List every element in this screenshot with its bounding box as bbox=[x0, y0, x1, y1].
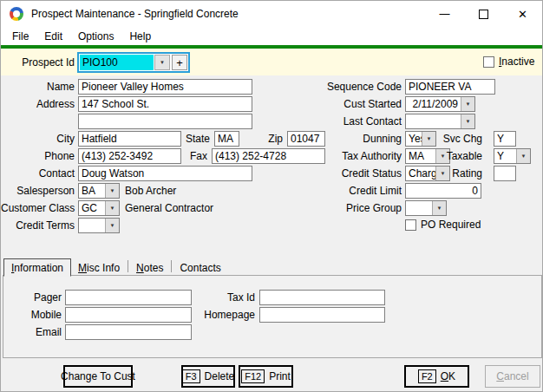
email-field[interactable] bbox=[65, 324, 192, 340]
taxable-combo[interactable]: Y ▼ bbox=[494, 148, 531, 164]
salesperson-label: Salesperson bbox=[1, 183, 75, 199]
po-required-label: PO Required bbox=[421, 219, 481, 231]
cust-started-value: 2/11/2009 bbox=[406, 97, 461, 111]
customer-class-combo[interactable]: GC ▼ bbox=[78, 200, 120, 216]
tax-authority-value: MA bbox=[406, 149, 435, 163]
rating-label: Rating bbox=[441, 166, 482, 181]
city-field[interactable]: Hatfield bbox=[78, 131, 181, 147]
inactive-label: Inactive bbox=[499, 56, 534, 68]
pager-label: Pager bbox=[10, 290, 62, 305]
dropdown-arrow-icon[interactable]: ▼ bbox=[422, 132, 435, 146]
homepage-field[interactable] bbox=[259, 307, 385, 323]
print-label: Print bbox=[269, 370, 291, 382]
tab-information[interactable]: Information bbox=[3, 258, 71, 277]
prospect-maintenance-window: Prospect Maintenance - Springfield Concr… bbox=[0, 0, 543, 392]
mobile-label: Mobile bbox=[10, 307, 62, 323]
f2-keycap: F2 bbox=[418, 369, 436, 383]
name-field[interactable]: Pioneer Valley Homes bbox=[78, 79, 252, 95]
dropdown-arrow-icon[interactable]: ▼ bbox=[105, 184, 119, 198]
state-field[interactable]: MA bbox=[214, 131, 239, 147]
sequence-code-field[interactable]: PIONEER VA bbox=[405, 79, 495, 95]
dropdown-arrow-icon[interactable]: ▼ bbox=[432, 201, 446, 215]
dropdown-arrow-icon[interactable]: ▼ bbox=[516, 149, 530, 163]
prospect-id-value[interactable]: PIO100 bbox=[80, 55, 154, 70]
rating-field[interactable] bbox=[494, 166, 516, 181]
last-contact-value bbox=[406, 114, 461, 128]
delete-button[interactable]: F3 Delete bbox=[181, 365, 235, 388]
tab-notes[interactable]: Notes bbox=[129, 259, 170, 276]
maximize-icon bbox=[479, 10, 488, 19]
svc-chg-field[interactable]: Y bbox=[494, 131, 516, 147]
credit-limit-label: Credit Limit bbox=[287, 183, 402, 199]
dropdown-arrow-icon[interactable]: ▼ bbox=[105, 201, 119, 215]
po-required-checkbox[interactable] bbox=[405, 219, 416, 231]
cust-started-label: Cust Started bbox=[287, 96, 402, 112]
customer-class-label: Customer Class bbox=[1, 200, 75, 216]
maximize-button[interactable] bbox=[464, 1, 503, 27]
mobile-field[interactable] bbox=[65, 307, 192, 323]
inactive-control: Inactive bbox=[483, 56, 534, 68]
address2-field[interactable] bbox=[78, 114, 252, 129]
ok-label: OK bbox=[441, 370, 455, 382]
price-group-label: Price Group bbox=[287, 200, 402, 216]
tab-strip: Information Misc Info Notes Contacts bbox=[3, 257, 228, 276]
dropdown-arrow-icon[interactable]: ▼ bbox=[461, 97, 474, 111]
phone-label: Phone bbox=[1, 148, 75, 164]
credit-limit-field[interactable]: 0 bbox=[405, 183, 481, 199]
tax-id-label: Tax Id bbox=[194, 290, 255, 305]
dropdown-arrow-icon[interactable]: ▼ bbox=[461, 114, 474, 128]
salesperson-combo[interactable]: BA ▼ bbox=[78, 183, 120, 199]
pager-field[interactable] bbox=[65, 290, 192, 305]
svc-chg-label: Svc Chg bbox=[441, 131, 482, 147]
window-controls: — ✕ bbox=[425, 1, 542, 27]
delete-label: Delete bbox=[205, 370, 235, 382]
menu-file[interactable]: File bbox=[6, 29, 35, 44]
app-icon bbox=[10, 7, 23, 21]
f3-keycap: F3 bbox=[182, 369, 200, 383]
fax-label: Fax bbox=[176, 148, 207, 164]
taxable-label: Taxable bbox=[441, 148, 482, 164]
phone-field[interactable]: (413) 252-3492 bbox=[78, 148, 181, 164]
print-button[interactable]: F12 Print bbox=[239, 365, 293, 388]
dunning-combo[interactable]: Yes ▼ bbox=[405, 131, 436, 147]
close-button[interactable]: ✕ bbox=[503, 1, 542, 27]
add-prospect-button[interactable]: + bbox=[172, 55, 187, 70]
credit-terms-combo[interactable]: ▼ bbox=[78, 218, 120, 233]
credit-status-label: Credit Status bbox=[287, 166, 402, 181]
price-group-value bbox=[406, 201, 432, 215]
taxable-value: Y bbox=[494, 149, 516, 163]
ok-button[interactable]: F2 OK bbox=[404, 365, 469, 388]
cust-started-combo[interactable]: 2/11/2009 ▼ bbox=[405, 96, 475, 112]
menu-help[interactable]: Help bbox=[123, 29, 157, 44]
cancel-button[interactable]: Cancel bbox=[485, 365, 540, 388]
credit-terms-label: Credit Terms bbox=[1, 218, 75, 233]
tab-misc-info[interactable]: Misc Info bbox=[71, 259, 127, 276]
tab-contacts[interactable]: Contacts bbox=[173, 259, 227, 276]
last-contact-combo[interactable]: ▼ bbox=[405, 114, 475, 129]
cancel-label: Cancel bbox=[496, 370, 528, 382]
change-to-cust-button[interactable]: Change To Cust bbox=[63, 365, 133, 388]
dropdown-arrow-icon[interactable]: ▼ bbox=[154, 55, 170, 70]
prospect-id-combo[interactable]: PIO100 ▼ + bbox=[77, 52, 190, 73]
contact-field[interactable]: Doug Watson bbox=[78, 166, 252, 181]
price-group-combo[interactable]: ▼ bbox=[405, 200, 447, 216]
tax-authority-label: Tax Authority bbox=[287, 148, 402, 164]
menu-edit[interactable]: Edit bbox=[38, 29, 69, 44]
minimize-button[interactable]: — bbox=[425, 1, 464, 27]
tax-id-field[interactable] bbox=[259, 290, 385, 305]
homepage-label: Homepage bbox=[194, 307, 255, 323]
f12-keycap: F12 bbox=[241, 369, 265, 383]
app-icon-center bbox=[13, 10, 20, 17]
minimize-icon: — bbox=[440, 8, 450, 20]
menu-options[interactable]: Options bbox=[72, 29, 120, 44]
name-label: Name bbox=[1, 79, 75, 95]
prospect-id-label: Prospect Id bbox=[1, 55, 75, 70]
state-label: State bbox=[179, 131, 210, 147]
inactive-checkbox[interactable] bbox=[483, 56, 494, 68]
tab-separator bbox=[171, 260, 172, 272]
address-field[interactable]: 147 School St. bbox=[78, 96, 252, 112]
dropdown-arrow-icon[interactable]: ▼ bbox=[105, 219, 119, 232]
customer-class-name-text: General Contractor bbox=[125, 200, 213, 216]
credit-status-value: Charge bbox=[406, 167, 435, 180]
title-bar: Prospect Maintenance - Springfield Concr… bbox=[1, 1, 542, 27]
